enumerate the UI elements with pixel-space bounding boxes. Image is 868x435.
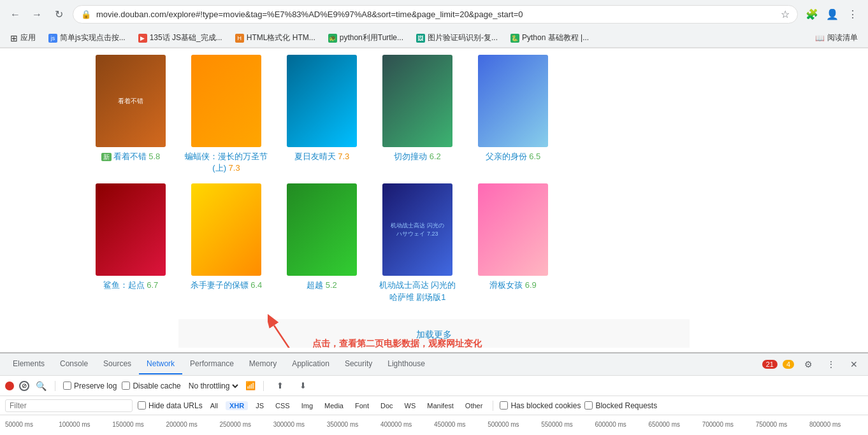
new-badge: 新: [101, 153, 112, 161]
reading-list[interactable]: 📖 阅读清单: [811, 31, 862, 45]
back-button[interactable]: ←: [6, 6, 24, 24]
tab-console[interactable]: Console: [52, 354, 96, 374]
nav-bar: ← → ↻ 🔒 movie.douban.com/explore#!type=m…: [0, 0, 868, 29]
tab-application[interactable]: Application: [284, 354, 337, 374]
tl-550000: 550000 ms: [541, 421, 595, 428]
extensions-icon[interactable]: 🧩: [803, 6, 821, 24]
bookmark-1[interactable]: js 简单js实现点击按...: [45, 31, 129, 45]
ws-type-button[interactable]: WS: [401, 401, 420, 410]
movie-title[interactable]: 鲨鱼：起点 6.7: [103, 280, 159, 291]
wifi-icon: 📶: [245, 381, 256, 390]
tab-lighthouse[interactable]: Lighthouse: [380, 354, 433, 374]
other-type-button[interactable]: Other: [461, 401, 487, 410]
movie-rating: 5.2: [326, 280, 337, 290]
profile-icon[interactable]: 👤: [823, 6, 841, 24]
tab-sources[interactable]: Sources: [96, 354, 139, 374]
blocked-requests-input[interactable]: [584, 401, 593, 410]
movie-poster: [287, 183, 357, 276]
more-button[interactable]: ⋮: [822, 355, 840, 373]
doc-type-button[interactable]: Doc: [377, 401, 397, 410]
address-bar[interactable]: 🔒 movie.douban.com/explore#!type=movie&t…: [73, 5, 798, 24]
movie-title[interactable]: 新看着不错 5.8: [101, 151, 161, 162]
tab-performance[interactable]: Performance: [182, 354, 242, 374]
tl-350000: 350000 ms: [327, 421, 380, 428]
movie-poster: [382, 55, 452, 147]
img-type-button[interactable]: Img: [298, 401, 317, 410]
tab-security[interactable]: Security: [337, 354, 380, 374]
movie-poster: [96, 183, 166, 276]
hide-data-urls-input[interactable]: [138, 401, 146, 410]
toolbar-separator: [55, 381, 55, 391]
bookmark-5[interactable]: 🖼 图片验证码识别-复...: [412, 31, 502, 45]
annotation-arrow-area: [268, 313, 344, 348]
filter-input[interactable]: [5, 399, 133, 412]
movie-title[interactable]: 父亲的身份 6.5: [486, 151, 541, 162]
toolbar-separator-2: [263, 381, 264, 391]
font-type-button[interactable]: Font: [351, 401, 373, 410]
movie-rating: 6.9: [525, 280, 537, 290]
star-icon[interactable]: ☆: [781, 8, 790, 20]
error-badge: 21: [762, 360, 778, 369]
disable-cache-checkbox[interactable]: Disable cache: [122, 382, 180, 390]
filter-separator: [493, 401, 493, 411]
tab-memory[interactable]: Memory: [242, 354, 284, 374]
bookmark-apps[interactable]: ⊞ 应用: [6, 31, 40, 45]
tl-700000: 700000 ms: [702, 421, 756, 428]
bookmark-6[interactable]: 🐍 Python 基础教程 |...: [507, 31, 593, 45]
movie-title[interactable]: 机动战士高达 闪光的哈萨维 剧场版1: [376, 280, 459, 303]
all-button[interactable]: All: [206, 401, 222, 410]
css-type-button[interactable]: CSS: [271, 401, 294, 410]
preserve-log-input[interactable]: [63, 382, 71, 390]
movie-row-1: 看着不错 新看着不错 5.8 蝙蝠侠：漫长的万圣节(上) 7.3 夏日友晴天 7…: [89, 55, 779, 174]
movie-title[interactable]: 蝙蝠侠：漫长的万圣节(上) 7.3: [185, 151, 268, 174]
movie-item: 父亲的身份 6.5: [472, 55, 554, 174]
settings-button[interactable]: ⚙: [799, 355, 817, 373]
filter-icon-button[interactable]: 🔍: [34, 380, 47, 392]
refresh-button[interactable]: ↻: [50, 6, 68, 24]
movie-title[interactable]: 杀手妻子的保镖 6.4: [191, 280, 263, 291]
movie-rating: 6.7: [147, 280, 158, 290]
devtools-tab-icons: 21 4 ⚙ ⋮ ✕: [762, 355, 863, 373]
throttle-select[interactable]: No throttling Fast 3G Slow 3G: [186, 381, 240, 391]
blocked-requests-checkbox[interactable]: Blocked Requests: [584, 401, 657, 410]
movie-poster: [478, 55, 548, 147]
timeline-labels: 50000 ms 100000 ms 150000 ms 200000 ms 2…: [5, 421, 863, 428]
tl-400000: 400000 ms: [380, 421, 434, 428]
blocked-cookies-checkbox[interactable]: Has blocked cookies: [500, 401, 581, 410]
bookmarks-bar: ⊞ 应用 js 简单js实现点击按... ▶ 135话 JS基础_完成... H…: [0, 29, 868, 48]
disable-cache-input[interactable]: [122, 382, 130, 390]
bookmark-4[interactable]: 🐢 python利用Turtle...: [324, 31, 407, 45]
manifest-type-button[interactable]: Manifest: [423, 401, 458, 410]
blocked-cookies-input[interactable]: [500, 401, 508, 410]
nav-actions: 🧩 👤 ⋮: [803, 6, 862, 24]
movie-title[interactable]: 夏日友晴天 7.3: [294, 151, 350, 162]
xhr-type-button[interactable]: XHR: [226, 401, 248, 410]
hide-data-urls-checkbox[interactable]: Hide data URLs: [138, 401, 203, 410]
bookmark-favicon-2: ▶: [138, 34, 147, 43]
record-button[interactable]: [5, 382, 14, 390]
movie-poster: [191, 55, 261, 147]
bookmark-favicon-5: 🖼: [416, 34, 425, 43]
media-type-button[interactable]: Media: [321, 401, 347, 410]
bookmark-favicon-3: H: [235, 34, 244, 43]
import-button[interactable]: ⬇: [294, 377, 312, 395]
export-button[interactable]: ⬆: [271, 377, 289, 395]
movie-title[interactable]: 超越 5.2: [307, 280, 337, 291]
tab-elements[interactable]: Elements: [5, 354, 52, 374]
clear-button[interactable]: ⊘: [19, 381, 29, 391]
devtools-tab-bar: Elements Console Sources Network Perform…: [0, 353, 868, 376]
preserve-log-checkbox[interactable]: Preserve log: [63, 382, 117, 390]
forward-button[interactable]: →: [28, 6, 46, 24]
url-text: movie.douban.com/explore#!type=movie&tag…: [96, 10, 776, 19]
menu-icon[interactable]: ⋮: [844, 6, 862, 24]
movie-title[interactable]: 切勿撞动 6.2: [394, 151, 441, 162]
js-type-button[interactable]: JS: [252, 401, 268, 410]
movie-title[interactable]: 滑板女孩 6.9: [489, 280, 537, 291]
bookmark-3[interactable]: H HTML格式化 HTM...: [231, 31, 319, 45]
bookmark-favicon-6: 🐍: [510, 34, 519, 43]
tl-800000: 800000 ms: [809, 421, 863, 428]
bookmark-2[interactable]: ▶ 135话 JS基础_完成...: [134, 31, 226, 45]
tab-network[interactable]: Network: [139, 354, 182, 374]
tl-650000: 650000 ms: [649, 421, 702, 428]
close-devtools-button[interactable]: ✕: [845, 355, 863, 373]
